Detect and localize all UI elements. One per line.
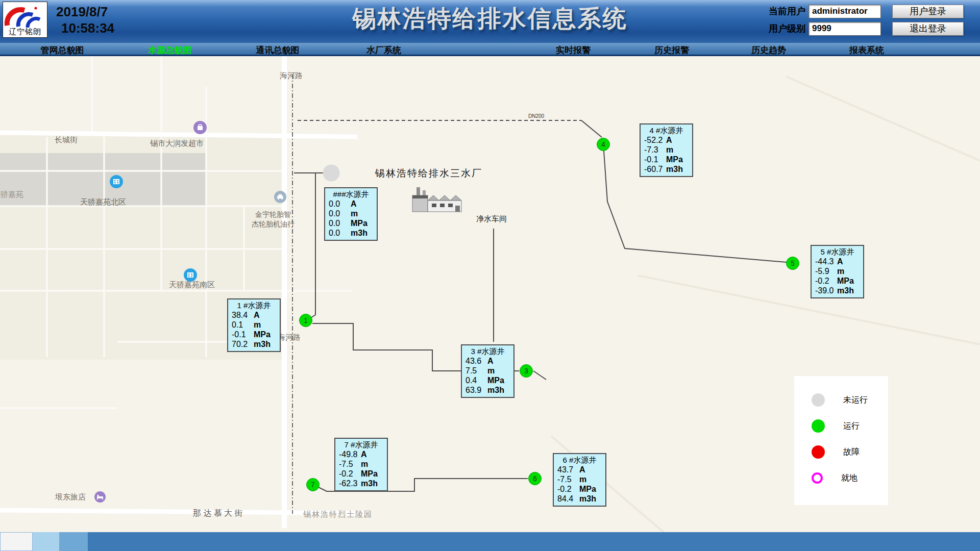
- well-status-indicator-5[interactable]: 5: [786, 257, 799, 270]
- well-value: 0.0: [329, 228, 351, 238]
- legend-item: 未运行: [794, 390, 888, 410]
- well-value: 0.1: [232, 320, 254, 330]
- well-unit: MPa: [361, 469, 383, 479]
- legend-label: 运行: [843, 421, 860, 432]
- well-data-box[interactable]: 1 #水源井 38.4A 0.1m -0.1MPa 70.2m3h: [227, 298, 281, 352]
- well-status-indicator-7[interactable]: 7: [306, 478, 320, 491]
- legend-label: 未运行: [843, 395, 868, 406]
- current-user-label: 当前用户: [769, 5, 805, 17]
- well-status-indicator-4[interactable]: 4: [597, 138, 610, 151]
- well-value: -0.2: [339, 469, 361, 479]
- well-unit: m: [579, 474, 602, 484]
- label-haihe-road-top: 海河路: [280, 69, 289, 82]
- well-row-flow: 63.9m3h: [462, 385, 513, 395]
- well-unit: MPa: [666, 155, 689, 164]
- well-unit: A: [361, 449, 383, 459]
- label-tianjiao: 天骄嘉苑: [0, 190, 23, 199]
- well-row-current: 43.7A: [554, 465, 605, 474]
- well-value: -0.1: [644, 155, 666, 164]
- nav-tab-6[interactable]: 历史报警: [654, 44, 689, 56]
- well-unit: m: [351, 209, 373, 218]
- well-row-current: 0.0A: [325, 199, 377, 209]
- plant-room-label: 净水车间: [476, 214, 507, 224]
- logout-button[interactable]: 退出登录: [892, 22, 964, 36]
- nav-tab-7[interactable]: 历史趋势: [751, 44, 786, 56]
- well-unit: m: [666, 145, 689, 155]
- well-unit: m3h: [666, 164, 689, 174]
- label-tianjiao-north: 天骄嘉苑北区: [80, 197, 126, 207]
- nav-tab-5[interactable]: 实时报警: [556, 44, 591, 56]
- well-unit: m3h: [579, 494, 602, 504]
- well-unit: m: [487, 366, 510, 375]
- logo-icon: [3, 2, 47, 29]
- well-unit: MPa: [254, 330, 276, 339]
- user-level-label: 用户级别: [769, 22, 805, 35]
- well-unit: m3h: [254, 339, 276, 349]
- well-value: 84.4: [557, 494, 579, 504]
- well-value: -52.2: [644, 135, 666, 145]
- label-hotel: 垠东旅店: [55, 492, 86, 502]
- map-area: 长城街 锡市大润发超市 天骄嘉苑 天骄嘉苑北区 金宇轮胎智 杰轮胎机油行 天骄嘉…: [0, 56, 980, 532]
- well-title: 7 #水源井: [335, 440, 387, 449]
- well-status-indicator-1[interactable]: 1: [299, 314, 312, 327]
- well-value: -60.7: [644, 164, 666, 174]
- well-value: 43.6: [465, 356, 487, 366]
- well-row-level: -5.9m: [812, 266, 863, 276]
- legend-status-dot: [812, 419, 825, 433]
- well-data-box[interactable]: 6 #水源井 43.7A -7.5m -0.2MPa 84.4m3h: [553, 453, 606, 507]
- legend-status-dot: [812, 393, 825, 407]
- well-unit: A: [254, 310, 276, 320]
- well-unit: m: [361, 459, 383, 469]
- well-row-level: -7.5m: [554, 474, 605, 484]
- label-nadamu-street: 那 达 慕 大 街: [193, 508, 243, 519]
- well-unit: A: [666, 135, 689, 145]
- well-data-box[interactable]: 3 #水源井 43.6A 7.5m 0.4MPa 63.9m3h: [461, 344, 514, 398]
- water-patch-dark: [59, 532, 88, 551]
- well-title: ###水源井: [325, 189, 377, 199]
- login-button[interactable]: 用户登录: [892, 5, 964, 18]
- well-status-indicator-x[interactable]: [323, 165, 340, 182]
- bottom-bar: [0, 532, 980, 551]
- well-unit: MPa: [837, 276, 860, 286]
- well-unit: A: [351, 199, 373, 209]
- well-row-current: -44.3A: [812, 257, 863, 266]
- well-value: 0.0: [329, 218, 351, 228]
- well-row-flow: -62.3m3h: [335, 479, 387, 488]
- datetime: 2019/8/7 10:58:34: [56, 4, 114, 36]
- well-title: 4 #水源井: [641, 126, 692, 135]
- water-patch-light: [33, 532, 59, 551]
- well-value: 0.0: [329, 199, 351, 209]
- well-row-flow: 70.2m3h: [228, 339, 280, 349]
- well-data-box[interactable]: 7 #水源井 -49.8A -7.5m -0.2MPa -62.3m3h: [334, 438, 388, 491]
- nav-tab-1[interactable]: 管网总貌图: [41, 44, 84, 56]
- well-data-box[interactable]: 4 #水源井 -52.2A -7.3m -0.1MPa -60.7m3h: [640, 123, 693, 177]
- user-level-input[interactable]: [808, 22, 881, 36]
- nav-tab-4[interactable]: 水厂系统: [366, 44, 401, 56]
- page-title: 锡林浩特给排水信息系统: [353, 3, 628, 35]
- nav-tab-8[interactable]: 报表系统: [849, 44, 884, 56]
- well-value: 38.4: [232, 310, 254, 320]
- well-value: -7.5: [339, 459, 361, 469]
- header: 辽宁铭朗 2019/8/7 10:58:34 锡林浩特给排水信息系统 当前用户 …: [0, 0, 980, 42]
- nav-tab-3[interactable]: 通讯总貌图: [256, 44, 300, 56]
- well-value: 0.4: [465, 375, 487, 385]
- legend-panel: 未运行运行故障就地: [794, 376, 888, 505]
- well-value: -44.3: [815, 257, 837, 266]
- nav-bar: 管网总貌图水源总貌图通讯总貌图水厂系统实时报警历史报警历史趋势报表系统: [0, 42, 980, 56]
- current-user-input[interactable]: [808, 5, 881, 18]
- well-data-box[interactable]: ###水源井 0.0A 0.0m 0.0MPa 0.0m3h: [324, 187, 378, 241]
- well-status-indicator-6[interactable]: 6: [528, 472, 542, 485]
- plant-title: 锡林浩特给排水三水厂: [375, 167, 482, 180]
- nav-tab-2[interactable]: 水源总貌图: [149, 44, 192, 56]
- well-row-pressure: -0.1MPa: [228, 330, 280, 339]
- well-title: 1 #水源井: [228, 300, 280, 310]
- well-row-pressure: -0.2MPa: [554, 484, 605, 494]
- well-value: -7.3: [644, 145, 666, 155]
- well-row-pressure: -0.2MPa: [812, 276, 863, 286]
- legend-item: 运行: [794, 416, 888, 436]
- well-value: -62.3: [339, 479, 361, 488]
- well-data-box[interactable]: 5 #水源井 -44.3A -5.9m -0.2MPa -39.0m3h: [811, 245, 864, 298]
- well-row-level: 0.1m: [228, 320, 280, 330]
- label-tire-shop-2: 杰轮胎机油行: [252, 220, 295, 229]
- well-status-indicator-3[interactable]: 3: [520, 364, 533, 378]
